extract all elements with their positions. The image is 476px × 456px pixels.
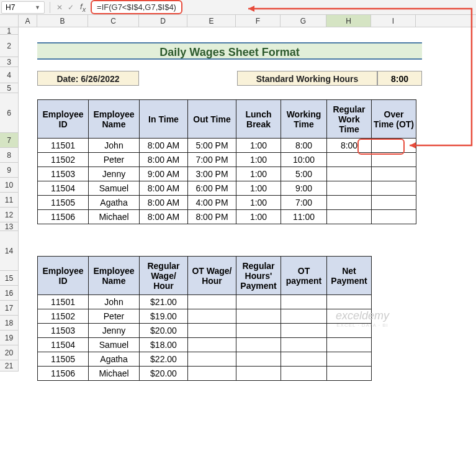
table-cell[interactable]: 11505 [38, 352, 89, 367]
table-cell[interactable] [188, 367, 236, 381]
row-header-16[interactable]: 16 [0, 286, 19, 301]
table-row[interactable]: 11506Michael$20.00 [38, 367, 372, 381]
table-cell[interactable] [236, 367, 281, 381]
table-cell[interactable]: 5:00 PM [188, 139, 236, 153]
table-cell[interactable] [281, 309, 327, 324]
confirm-icon[interactable]: ✓ [65, 3, 76, 12]
col-header-g[interactable]: G [281, 15, 326, 27]
select-all-corner[interactable] [0, 15, 19, 27]
table-cell[interactable] [281, 295, 327, 309]
table-cell[interactable]: 1:00 [236, 167, 281, 181]
row-header-20[interactable]: 20 [0, 345, 19, 360]
col-header-b[interactable]: B [37, 15, 88, 27]
table-cell[interactable] [327, 352, 372, 367]
table-cell[interactable]: Jenny [89, 167, 140, 181]
table-cell[interactable]: 11502 [38, 309, 89, 324]
row-header-10[interactable]: 10 [0, 178, 19, 193]
table-cell[interactable]: 11501 [38, 139, 89, 153]
table-row[interactable]: 11506Michael8:00 AM8:00 PM1:0011:00 [38, 210, 416, 224]
table-cell[interactable] [188, 295, 236, 309]
table-cell[interactable]: Agatha [89, 352, 140, 367]
table-row[interactable]: 11501John8:00 AM5:00 PM1:008:008:00 [38, 139, 416, 153]
table-cell[interactable]: 5:00 [281, 167, 327, 181]
table-cell[interactable]: 11505 [38, 196, 89, 210]
table-cell[interactable] [281, 367, 327, 381]
table-cell[interactable]: 9:00 AM [140, 167, 188, 181]
col-header-d[interactable]: D [139, 15, 187, 27]
row-header-18[interactable]: 18 [0, 316, 19, 331]
table-cell[interactable]: $18.00 [140, 338, 188, 352]
row-header-7[interactable]: 7 [0, 133, 19, 148]
table-cell[interactable]: 6:00 PM [188, 181, 236, 196]
table-cell[interactable] [372, 153, 416, 167]
row-header-6[interactable]: 6 [0, 93, 19, 133]
table-cell[interactable]: Samuel [89, 181, 140, 196]
table-cell[interactable]: $20.00 [140, 367, 188, 381]
table-cell[interactable] [372, 139, 416, 153]
table-cell[interactable]: Michael [89, 210, 140, 224]
table-cell[interactable] [236, 338, 281, 352]
row-header-8[interactable]: 8 [0, 148, 19, 163]
table-row[interactable]: 11504Samuel8:00 AM6:00 PM1:009:00 [38, 181, 416, 196]
table-cell[interactable]: John [89, 295, 140, 309]
table-cell[interactable]: 11503 [38, 324, 89, 338]
table-cell[interactable]: 11501 [38, 295, 89, 309]
table-cell[interactable] [236, 309, 281, 324]
row-header-12[interactable]: 12 [0, 207, 19, 222]
table-cell[interactable]: Jenny [89, 324, 140, 338]
table-cell[interactable]: 11506 [38, 210, 89, 224]
table-cell[interactable]: Michael [89, 367, 140, 381]
table-cell[interactable]: $19.00 [140, 309, 188, 324]
table-cell[interactable] [327, 153, 372, 167]
table-cell[interactable]: 9:00 [281, 181, 327, 196]
table-cell[interactable]: 3:00 PM [188, 167, 236, 181]
cells-area[interactable]: Daily Wages Sheet Format Date: 6/26/2022… [19, 27, 476, 372]
row-header-2[interactable]: 2 [0, 35, 19, 57]
table-row[interactable]: 11504Samuel$18.00 [38, 338, 372, 352]
col-header-e[interactable]: E [187, 15, 236, 27]
table-cell[interactable]: 11503 [38, 167, 89, 181]
table-cell[interactable] [327, 167, 372, 181]
table-cell[interactable] [188, 324, 236, 338]
table-cell[interactable] [188, 338, 236, 352]
table-cell[interactable] [327, 338, 372, 352]
row-header-17[interactable]: 17 [0, 301, 19, 316]
table-cell[interactable]: 11502 [38, 153, 89, 167]
table-cell[interactable]: 1:00 [236, 196, 281, 210]
table-row[interactable]: 11502Peter$19.00 [38, 309, 372, 324]
table-cell[interactable] [372, 196, 416, 210]
table-cell[interactable]: 8:00 AM [140, 181, 188, 196]
table-cell[interactable]: 8:00 [327, 139, 372, 153]
table-cell[interactable]: 1:00 [236, 181, 281, 196]
table-cell[interactable] [327, 295, 372, 309]
table-cell[interactable] [372, 210, 416, 224]
table-row[interactable]: 11503Jenny$20.00 [38, 324, 372, 338]
fx-icon[interactable]: fx [80, 2, 86, 13]
table-cell[interactable]: 11504 [38, 181, 89, 196]
table-row[interactable]: 11503Jenny9:00 AM3:00 PM1:005:00 [38, 167, 416, 181]
col-header-h[interactable]: H [326, 15, 371, 27]
col-header-c[interactable]: C [88, 15, 139, 27]
table-row[interactable]: 11505Agatha8:00 AM4:00 PM1:007:00 [38, 196, 416, 210]
row-header-15[interactable]: 15 [0, 271, 19, 286]
table-cell[interactable]: 7:00 PM [188, 153, 236, 167]
table-cell[interactable]: Agatha [89, 196, 140, 210]
table-cell[interactable]: 8:00 AM [140, 153, 188, 167]
row-header-14[interactable]: 14 [0, 231, 19, 271]
col-header-i[interactable]: I [371, 15, 416, 27]
table-cell[interactable] [188, 309, 236, 324]
col-header-f[interactable]: F [236, 15, 281, 27]
table-cell[interactable]: John [89, 139, 140, 153]
table-cell[interactable] [372, 167, 416, 181]
table-cell[interactable] [188, 352, 236, 367]
row-header-21[interactable]: 21 [0, 360, 19, 372]
table-cell[interactable]: 1:00 [236, 210, 281, 224]
row-header-4[interactable]: 4 [0, 67, 19, 83]
table-row[interactable]: 11502Peter8:00 AM7:00 PM1:0010:00 [38, 153, 416, 167]
table-cell[interactable] [281, 352, 327, 367]
table-cell[interactable]: 8:00 AM [140, 139, 188, 153]
table-cell[interactable] [281, 338, 327, 352]
table-cell[interactable]: Samuel [89, 338, 140, 352]
table-cell[interactable]: 11504 [38, 338, 89, 352]
row-header-13[interactable]: 13 [0, 222, 19, 231]
